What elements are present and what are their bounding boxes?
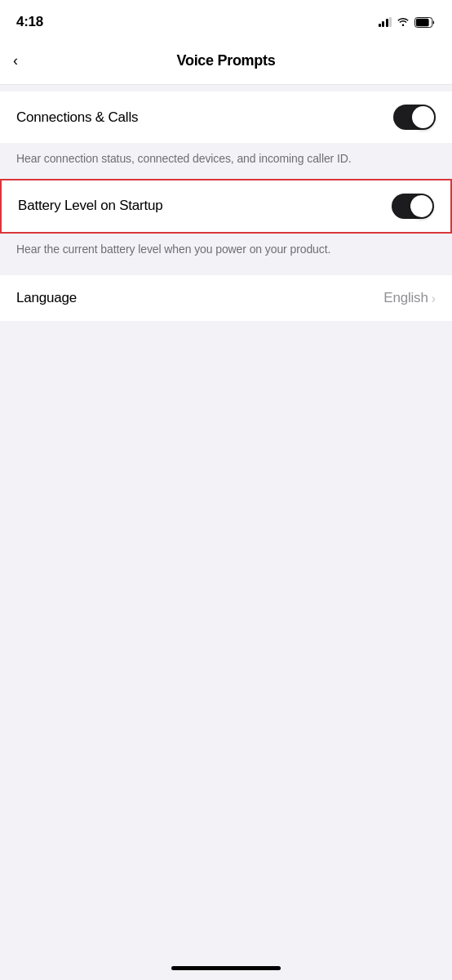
section-divider-top <box>0 85 452 91</box>
connections-calls-toggle[interactable] <box>393 105 436 130</box>
page-title: Voice Prompts <box>177 52 276 69</box>
signal-icon <box>379 17 392 27</box>
content-area <box>0 321 452 980</box>
connections-calls-row: Connections & Calls <box>0 91 452 143</box>
battery-icon <box>414 17 436 28</box>
status-icons <box>379 15 436 29</box>
battery-level-toggle[interactable] <box>392 194 434 219</box>
connections-calls-label: Connections & Calls <box>16 109 138 126</box>
chevron-right-icon: › <box>432 292 436 306</box>
status-time: 4:18 <box>16 14 43 30</box>
nav-bar: ‹ Voice Prompts <box>0 41 452 85</box>
home-indicator <box>171 966 281 970</box>
toggle-track <box>393 105 436 130</box>
language-value: English <box>383 290 428 306</box>
connections-description: Hear connection status, connected device… <box>16 152 352 165</box>
back-button[interactable]: ‹ <box>13 49 24 73</box>
wifi-icon <box>397 15 410 29</box>
section-divider-mid <box>0 269 452 275</box>
battery-level-label: Battery Level on Startup <box>18 198 163 214</box>
language-label: Language <box>16 290 77 306</box>
battery-description: Hear the current battery level when you … <box>16 243 330 256</box>
connections-description-block: Hear connection status, connected device… <box>0 143 452 179</box>
status-bar: 4:18 <box>0 0 452 41</box>
svg-rect-1 <box>416 18 429 25</box>
battery-description-block: Hear the current battery level when you … <box>0 234 452 270</box>
back-arrow-icon: ‹ <box>13 52 18 69</box>
toggle-track-battery <box>392 194 434 219</box>
battery-level-row: Battery Level on Startup <box>0 179 452 234</box>
toggle-knob-battery <box>410 195 432 217</box>
language-row[interactable]: Language English › <box>0 275 452 321</box>
language-right: English › <box>383 290 436 306</box>
toggle-knob <box>412 106 434 128</box>
